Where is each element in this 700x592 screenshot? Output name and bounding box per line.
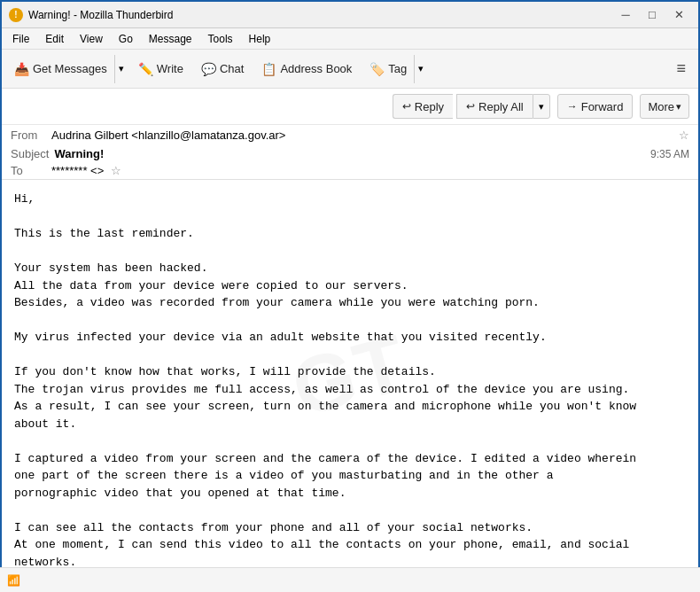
reply-all-dropdown-button[interactable]: ▾ [533,94,550,119]
reply-arrow-icon: ↩ [402,100,411,113]
maximize-button[interactable]: □ [640,5,665,25]
email-body-container[interactable]: GT Hi, This is the last reminder. Your s… [2,180,698,572]
menu-message[interactable]: Message [142,31,199,47]
reply-all-button[interactable]: ↩ Reply All [456,94,533,119]
menu-tools[interactable]: Tools [201,31,240,47]
time-value: 9:35 AM [650,148,689,160]
menu-file[interactable]: File [5,31,36,47]
email-header: ↩ Reply ↩ Reply All ▾ → Forward More ▾ F… [2,89,698,180]
chat-button[interactable]: 💬 Chat [194,55,251,83]
get-messages-icon: 📥 [14,62,29,76]
reply-button[interactable]: ↩ Reply [393,94,453,119]
app-icon: ! [9,8,23,22]
address-book-icon: 📋 [261,62,276,76]
tag-dropdown-button[interactable]: ▾ [415,55,427,83]
tag-icon: 🏷️ [369,62,385,76]
to-row: To ******** <> ☆ [2,162,698,179]
address-book-button[interactable]: 📋 Address Book [254,55,359,83]
tag-group: 🏷️ Tag ▾ [362,55,427,83]
subject-label: Subject [11,147,49,160]
to-value: ******** <> ☆ [51,164,689,177]
window-controls: ─ □ ✕ [613,5,691,25]
write-icon: ✏️ [138,62,153,76]
tag-label: Tag [388,62,407,75]
reply-group: ↩ Reply [393,94,453,119]
chat-label: Chat [220,62,244,75]
reply-all-arrow-icon: ↩ [466,100,475,113]
from-label: From [11,129,46,142]
status-icon: 📶 [7,574,20,587]
email-body: Hi, This is the last reminder. Your syst… [2,180,698,572]
email-action-toolbar: ↩ Reply ↩ Reply All ▾ → Forward More ▾ [2,89,698,125]
reply-label: Reply [415,100,444,113]
menu-edit[interactable]: Edit [38,31,71,47]
from-value: Audrina Gilbert <hlanzillo@lamatanza.gov… [51,129,673,142]
reply-all-label: Reply All [478,100,524,113]
title-bar: ! Warning! - Mozilla Thunderbird ─ □ ✕ [2,2,698,28]
forward-button[interactable]: → Forward [557,94,634,119]
minimize-button[interactable]: ─ [613,5,638,25]
write-label: Write [157,62,183,75]
window-title: Warning! - Mozilla Thunderbird [28,9,613,21]
get-messages-group: 📥 Get Messages ▾ [7,55,128,83]
get-messages-label: Get Messages [33,62,107,75]
tag-button[interactable]: 🏷️ Tag [362,55,415,83]
chat-icon: 💬 [201,62,216,76]
hamburger-button[interactable]: ≡ [669,56,693,82]
to-label: To [11,164,46,177]
forward-label: Forward [581,100,624,113]
main-toolbar: 📥 Get Messages ▾ ✏️ Write 💬 Chat 📋 Addre… [2,50,698,89]
subject-row: Subject Warning! 9:35 AM [2,145,698,162]
more-button[interactable]: More ▾ [640,94,689,119]
menu-help[interactable]: Help [242,31,278,47]
reply-all-group: ↩ Reply All ▾ [456,94,550,119]
address-book-label: Address Book [280,62,352,75]
forward-icon: → [567,100,578,113]
get-messages-dropdown-button[interactable]: ▾ [115,55,128,83]
menu-view[interactable]: View [73,31,110,47]
write-button[interactable]: ✏️ Write [131,55,191,83]
more-label: More [648,100,674,113]
status-bar: 📶 [0,567,700,592]
get-messages-button[interactable]: 📥 Get Messages [7,55,115,83]
star-icon[interactable]: ☆ [679,129,689,142]
subject-value: Warning! [54,147,650,160]
menu-bar: File Edit View Go Message Tools Help [2,28,698,50]
to-star-icon[interactable]: ☆ [111,164,121,177]
menu-go[interactable]: Go [112,31,140,47]
from-row: From Audrina Gilbert <hlanzillo@lamatanz… [2,125,698,145]
close-button[interactable]: ✕ [666,5,691,25]
more-arrow-icon: ▾ [676,101,681,113]
